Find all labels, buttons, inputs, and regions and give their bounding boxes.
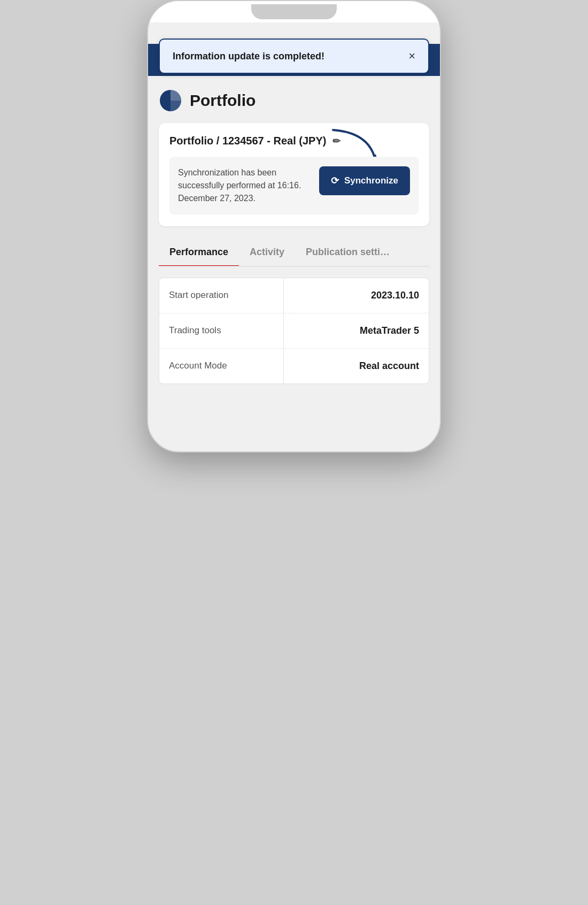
table-value-account-mode: Real account bbox=[284, 349, 429, 384]
tabs-row: Performance Activity Publication setti… bbox=[159, 239, 429, 267]
table-row: Account Mode Real account bbox=[159, 349, 429, 384]
table-value-trading-tools: MetaTrader 5 bbox=[284, 313, 429, 348]
synchronize-button[interactable]: ⟳ Synchronize bbox=[319, 166, 410, 195]
portfolio-pie-icon bbox=[159, 89, 182, 112]
tab-publication-settings[interactable]: Publication setti… bbox=[295, 239, 400, 267]
sync-description: Synchronization has been successfully pe… bbox=[178, 166, 311, 205]
table-label-account-mode: Account Mode bbox=[159, 349, 284, 384]
table-label-trading-tools: Trading tools bbox=[159, 313, 284, 348]
notification-banner: Information update is completed! × bbox=[159, 39, 429, 74]
phone-top bbox=[148, 1, 440, 22]
tab-activity[interactable]: Activity bbox=[239, 239, 295, 267]
sync-wrapper: Synchronization has been successfully pe… bbox=[169, 157, 419, 214]
table-row: Start operation 2023.10.10 bbox=[159, 278, 429, 313]
notch bbox=[251, 4, 337, 19]
portfolio-card: Portfolio / 1234567 - Real (JPY) ✏ Synch… bbox=[159, 123, 429, 226]
tab-performance[interactable]: Performance bbox=[159, 239, 239, 267]
table-label-start-operation: Start operation bbox=[159, 278, 284, 313]
portfolio-title: Portfolio bbox=[190, 91, 256, 110]
notification-text: Information update is completed! bbox=[173, 51, 324, 62]
sync-section: Synchronization has been successfully pe… bbox=[169, 157, 419, 214]
notification-close-button[interactable]: × bbox=[408, 50, 415, 62]
portfolio-title-row: Portfolio bbox=[159, 89, 429, 112]
table-value-start-operation: 2023.10.10 bbox=[284, 278, 429, 313]
sync-icon: ⟳ bbox=[331, 175, 339, 187]
phone-frame: Information update is completed! × ● Sil… bbox=[147, 0, 441, 452]
main-content: Portfolio Portfolio / 1234567 - Real (JP… bbox=[148, 76, 440, 400]
data-table: Start operation 2023.10.10 Trading tools… bbox=[159, 278, 429, 384]
table-row: Trading tools MetaTrader 5 bbox=[159, 313, 429, 349]
